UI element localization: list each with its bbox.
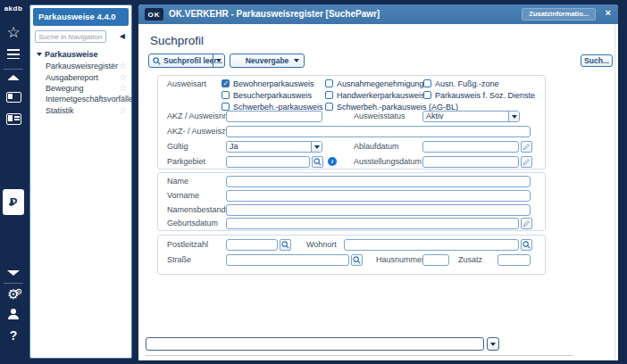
checkbox-box[interactable]: ✓ <box>222 91 230 99</box>
postleitzahl-search-button[interactable] <box>280 239 291 251</box>
checkbox-box[interactable]: ✓ <box>423 91 431 99</box>
search-icon <box>281 241 289 249</box>
tree-expander-icon[interactable] <box>37 53 42 56</box>
sidebar-item-bewegung[interactable]: Bewegung ☆ <box>46 84 128 95</box>
monitor-icon[interactable] <box>0 92 27 103</box>
checkbox-box[interactable]: ✓ <box>222 103 230 111</box>
neuvergabe-button[interactable]: Neuvergabe <box>230 54 305 68</box>
checkbox-box[interactable]: ✓ <box>325 103 333 111</box>
tree-item-label: Ausgabereport <box>46 73 98 82</box>
strasse-input[interactable] <box>226 254 349 266</box>
pencil-icon <box>522 143 531 151</box>
close-icon[interactable]: × <box>606 7 611 18</box>
suchprofil-dropdown-arrow[interactable] <box>213 54 224 67</box>
hausnummer-label: Hausnummer <box>376 254 424 266</box>
sidebar-item-parkausweisregister[interactable]: Parkausweisregister 1 ☆ <box>46 62 128 72</box>
vorname-input[interactable] <box>226 190 531 202</box>
strasse-search-button[interactable] <box>351 254 363 266</box>
collapse-nav-icon[interactable]: ◀ <box>120 32 125 40</box>
geburtsdatum-label: Geburtsdatum <box>167 218 218 229</box>
checkbox-parkausweis-soz-dienste[interactable]: ✓ Parkausweis f. Soz. Dienste <box>423 90 535 100</box>
search-icon <box>353 256 361 264</box>
zusatz-input[interactable] <box>497 254 531 266</box>
ausweis-group: Ausweisart ✓ Bewohnerparkausweis ✓ Besuc… <box>157 75 546 170</box>
checkbox-box[interactable]: ✓ <box>325 91 333 99</box>
suchen-button[interactable]: Such... <box>581 54 613 67</box>
wohnort-input[interactable] <box>344 239 519 251</box>
ausstellungsdatum-edit-button[interactable] <box>521 156 532 168</box>
name-input[interactable] <box>226 176 531 187</box>
sidebar-item-ausgabereport[interactable]: Ausgabereport ☆ <box>46 73 128 84</box>
main-window: OK OK.VERKEHR - Parkausweisregister [Suc… <box>138 4 618 360</box>
akz-ausweisnr-input[interactable] <box>226 111 322 122</box>
info-icon[interactable]: i <box>328 157 337 166</box>
settings-gears-icon[interactable]: ⚙⚙ <box>0 287 27 301</box>
ok-logo: OK <box>145 8 163 21</box>
checkbox-ausn-fussg-zone[interactable]: ✓ Ausn. Fußg.-zone <box>423 79 499 88</box>
ablaufdatum-edit-button[interactable] <box>521 141 532 153</box>
gueltig-label: Gültig <box>167 141 188 153</box>
app-root: akdb ☆ P ⚙⚙ ? Parkausweise 4.4.0 ◀ Parka… <box>0 0 627 364</box>
geburtsdatum-edit-button[interactable] <box>521 218 532 229</box>
checkbox-label: Bewohnerparkausweis <box>233 79 314 88</box>
geburtsdatum-input[interactable] <box>226 218 519 229</box>
strasse-label: Straße <box>167 254 191 266</box>
ablaufdatum-label: Ablaufdatum <box>354 141 399 153</box>
ausweisstatus-select[interactable]: Aktiv <box>422 111 520 122</box>
hausnummer-input[interactable] <box>422 254 449 266</box>
dropdown-arrow-icon[interactable] <box>508 112 519 121</box>
sidebar-item-internetgeschaeftsvorfaelle[interactable]: Internetgeschäftsvorfälle ☆ <box>46 95 128 105</box>
favorite-star-icon[interactable]: ☆ <box>119 94 127 103</box>
chevron-down-icon[interactable] <box>0 270 27 276</box>
suchprofil-leer-button[interactable]: Suchprofil leer... <box>148 54 225 68</box>
checkbox-label: Parkausweis f. Soz. Dienste <box>435 91 535 100</box>
checkbox-box[interactable]: ✓ <box>423 79 431 87</box>
ausstellungsdatum-label: Ausstellungsdatum <box>354 156 422 168</box>
gueltig-select[interactable]: Ja <box>226 141 322 153</box>
icon-rail: akdb ☆ P ⚙⚙ ? <box>0 0 27 364</box>
bottom-divider <box>146 355 573 356</box>
nav-title: Parkausweise 4.4.0 <box>33 8 129 26</box>
ablaufdatum-input[interactable] <box>422 141 519 153</box>
checkbox-label: Besucherparkausweis <box>233 91 312 100</box>
parkausweise-module-icon[interactable]: P <box>3 189 24 215</box>
checkbox-handwerkerparkausweis[interactable]: ✓ Handwerkerparkausweis <box>325 90 425 100</box>
result-template-combobox[interactable] <box>146 337 484 351</box>
checkbox-bewohnerparkausweis[interactable]: ✓ Bewohnerparkausweis <box>222 79 314 88</box>
zusatzinformationen-button[interactable]: Zusatzinformatio... <box>522 8 596 21</box>
favorite-star-icon[interactable]: ☆ <box>119 83 127 93</box>
chevron-up-icon[interactable] <box>0 75 27 80</box>
help-icon[interactable]: ? <box>0 328 27 343</box>
checkbox-label: Schwerbeh.-parkausweis <box>233 103 323 112</box>
id-card-icon[interactable] <box>0 113 27 125</box>
result-template-dropdown-arrow[interactable] <box>487 337 499 351</box>
nav-search-input[interactable] <box>35 30 106 43</box>
favorites-star-icon[interactable]: ☆ <box>0 23 27 42</box>
favorite-star-icon[interactable]: ☆ <box>119 61 127 70</box>
window-titlebar: OK OK.VERKEHR - Parkausweisregister [Suc… <box>138 4 618 24</box>
namensbestandteil-input[interactable] <box>226 204 531 216</box>
pencil-icon <box>522 158 531 166</box>
parkgebiet-search-button[interactable] <box>312 156 323 168</box>
wohnort-search-button[interactable] <box>521 239 532 251</box>
dropdown-arrow-icon[interactable] <box>311 142 322 152</box>
checkbox-besucherparkausweis[interactable]: ✓ Besucherparkausweis <box>222 90 312 100</box>
favorite-star-icon[interactable]: ☆ <box>119 105 127 115</box>
item-count-badge: 1 <box>111 62 115 70</box>
tree-item-label: Parkausweisregister <box>46 62 118 70</box>
checkbox-box[interactable]: ✓ <box>325 79 333 87</box>
parkgebiet-input[interactable] <box>226 156 310 168</box>
checkbox-ausnahmegenehmigung[interactable]: ✓ Ausnahmegenehmigung <box>325 79 424 88</box>
user-icon[interactable] <box>0 309 27 319</box>
menu-list-icon[interactable] <box>0 49 27 59</box>
neuvergabe-dropdown-arrow[interactable] <box>294 59 299 62</box>
tree-root-parkausweise[interactable]: Parkausweise <box>37 50 98 59</box>
ausstellungsdatum-input[interactable] <box>422 156 519 168</box>
person-group: Name Vorname Namensbestandteil Geburtsda… <box>157 172 546 231</box>
postleitzahl-input[interactable] <box>226 239 278 251</box>
checkbox-box[interactable]: ✓ <box>222 79 230 87</box>
sidebar-item-statistik[interactable]: Statistik ☆ <box>46 106 128 117</box>
favorite-star-icon[interactable]: ☆ <box>119 72 127 82</box>
tree-root-label: Parkausweise <box>45 50 98 59</box>
akz-ausweiszusatz-input[interactable] <box>226 126 531 137</box>
